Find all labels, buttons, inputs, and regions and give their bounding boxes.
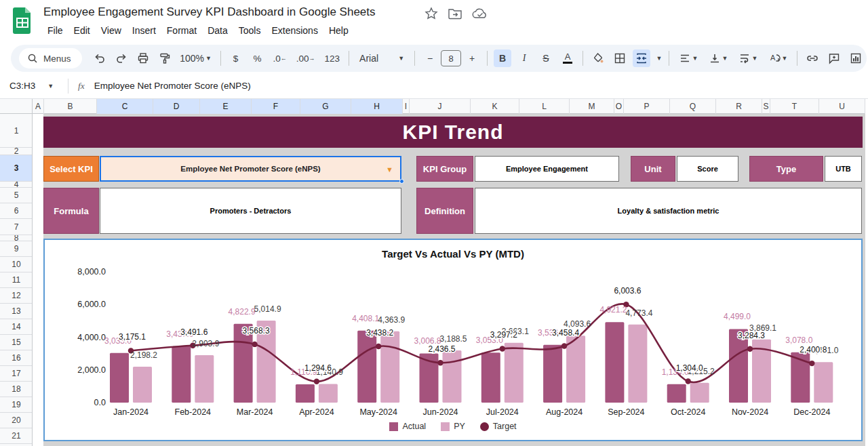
column-header-F[interactable]: F bbox=[252, 99, 300, 114]
font-select[interactable]: Arial▼ bbox=[355, 49, 408, 67]
select-kpi-label[interactable]: Select KPI bbox=[43, 156, 99, 182]
row-header-8[interactable]: 8 bbox=[0, 235, 33, 241]
strikethrough-button[interactable]: S bbox=[537, 49, 555, 67]
kpi-trend-chart[interactable]: Target Vs Actual Vs PY (MTD) 0.02,000.04… bbox=[43, 239, 863, 441]
font-size-input[interactable]: 8 bbox=[441, 50, 461, 66]
format-currency-button[interactable]: $ bbox=[227, 49, 245, 67]
menu-edit[interactable]: Edit bbox=[68, 23, 96, 38]
increase-font-size-button[interactable]: + bbox=[463, 49, 481, 67]
text-wrap-button[interactable]: ▼ bbox=[735, 49, 761, 67]
row-header-13[interactable]: 13 bbox=[0, 304, 33, 319]
select-all-corner[interactable] bbox=[0, 99, 33, 114]
star-icon[interactable] bbox=[425, 7, 438, 20]
column-header-O[interactable]: O bbox=[614, 99, 624, 114]
column-header-M[interactable]: M bbox=[570, 99, 614, 114]
row-header-20[interactable]: 20 bbox=[0, 413, 33, 428]
menu-view[interactable]: View bbox=[96, 23, 127, 38]
column-header-U[interactable]: U bbox=[819, 99, 865, 114]
column-header-H[interactable]: H bbox=[351, 99, 403, 114]
vertical-align-button[interactable]: ▼ bbox=[705, 49, 731, 67]
row-header-19[interactable]: 19 bbox=[0, 397, 33, 413]
column-header-Q[interactable]: Q bbox=[670, 99, 716, 114]
merge-options-caret[interactable]: ▼ bbox=[654, 49, 663, 67]
insert-link-button[interactable] bbox=[804, 49, 821, 67]
definition-label[interactable]: Definition bbox=[416, 188, 473, 234]
text-rotation-button[interactable]: A▼ bbox=[765, 49, 791, 67]
row-header-3[interactable]: 3 bbox=[0, 155, 33, 182]
kpi-group-label[interactable]: KPI Group bbox=[416, 156, 473, 182]
row-header-5[interactable]: 5 bbox=[0, 188, 33, 203]
row-header-2[interactable]: 2 bbox=[0, 148, 33, 155]
column-header-G[interactable]: G bbox=[300, 99, 351, 114]
merge-cells-button[interactable] bbox=[633, 49, 650, 67]
google-sheets-logo-icon[interactable] bbox=[12, 7, 33, 34]
cloud-status-icon[interactable] bbox=[472, 7, 488, 20]
row-header-14[interactable]: 14 bbox=[0, 319, 33, 335]
column-header-P[interactable]: P bbox=[624, 99, 670, 114]
column-header-D[interactable]: D bbox=[153, 99, 200, 114]
column-header-K[interactable]: K bbox=[471, 99, 519, 114]
row-header-9[interactable]: 9 bbox=[0, 241, 33, 257]
formula-value[interactable]: Promoters - Detractors bbox=[100, 188, 401, 234]
name-box[interactable]: C3:H3 ▼ bbox=[0, 81, 68, 91]
dropdown-caret-icon[interactable]: ▼ bbox=[386, 165, 393, 174]
row-header-7[interactable]: 7 bbox=[0, 219, 33, 235]
formula-label[interactable]: Formula bbox=[43, 188, 99, 234]
kpi-trend-banner[interactable]: KPI Trend bbox=[43, 117, 863, 148]
column-header-S[interactable]: S bbox=[762, 99, 770, 114]
row-header-12[interactable]: 12 bbox=[0, 288, 33, 304]
paint-format-button[interactable] bbox=[156, 49, 174, 67]
unit-label[interactable]: Unit bbox=[631, 156, 675, 182]
format-percent-button[interactable]: % bbox=[249, 49, 267, 67]
column-header-A[interactable]: A bbox=[33, 99, 44, 114]
italic-button[interactable]: I bbox=[515, 49, 533, 67]
column-header-B[interactable]: B bbox=[44, 99, 97, 114]
row-header-10[interactable]: 10 bbox=[0, 257, 33, 272]
kpi-dropdown[interactable]: Employee Net Promoter Score (eNPS) ▼ bbox=[100, 156, 401, 182]
column-header-C[interactable]: C bbox=[97, 99, 153, 114]
more-formats-button[interactable]: 123 bbox=[322, 49, 343, 67]
column-header-L[interactable]: L bbox=[519, 99, 570, 114]
menu-help[interactable]: Help bbox=[323, 23, 354, 38]
column-header-R[interactable]: R bbox=[716, 99, 762, 114]
increase-decimal-button[interactable]: .00→ bbox=[294, 49, 318, 67]
menu-file[interactable]: File bbox=[42, 23, 68, 38]
column-header-T[interactable]: T bbox=[770, 99, 819, 114]
menu-extensions[interactable]: Extensions bbox=[266, 23, 323, 38]
redo-button[interactable] bbox=[113, 49, 130, 67]
bold-button[interactable]: B bbox=[494, 49, 511, 67]
row-header-1[interactable]: 1 bbox=[0, 114, 33, 148]
type-value[interactable]: UTB bbox=[825, 156, 862, 182]
column-header-I[interactable]: I bbox=[403, 99, 410, 114]
kpi-group-value[interactable]: Employee Engagement bbox=[475, 156, 619, 182]
decrease-font-size-button[interactable]: − bbox=[421, 49, 439, 67]
row-header-4[interactable]: 4 bbox=[0, 182, 33, 188]
menus-search-button[interactable]: Menus bbox=[19, 48, 82, 68]
menu-format[interactable]: Format bbox=[161, 23, 202, 38]
zoom-select[interactable]: 100%▼ bbox=[178, 49, 214, 67]
insert-chart-button[interactable] bbox=[847, 49, 865, 67]
borders-button[interactable] bbox=[611, 49, 629, 67]
column-header-J[interactable]: J bbox=[410, 99, 471, 114]
row-header-18[interactable]: 18 bbox=[0, 382, 33, 397]
horizontal-align-button[interactable]: ▼ bbox=[675, 49, 701, 67]
text-color-button[interactable]: A bbox=[559, 49, 576, 67]
definition-value[interactable]: Loyalty & satisfaction metric bbox=[475, 188, 862, 234]
selection-handle[interactable] bbox=[399, 179, 404, 184]
undo-button[interactable] bbox=[91, 49, 108, 67]
row-header-6[interactable]: 6 bbox=[0, 203, 33, 219]
row-header-17[interactable]: 17 bbox=[0, 366, 33, 382]
row-header-15[interactable]: 15 bbox=[0, 335, 33, 350]
formula-input[interactable]: Employee Net Promoter Score (eNPS) bbox=[94, 81, 251, 91]
row-header-11[interactable]: 11 bbox=[0, 272, 33, 288]
fill-color-button[interactable] bbox=[589, 49, 607, 67]
decrease-decimal-button[interactable]: .0← bbox=[271, 49, 290, 67]
menu-tools[interactable]: Tools bbox=[233, 23, 267, 38]
menu-insert[interactable]: Insert bbox=[127, 23, 161, 38]
type-label[interactable]: Type bbox=[749, 156, 823, 182]
move-to-folder-icon[interactable] bbox=[448, 7, 462, 20]
column-header-E[interactable]: E bbox=[200, 99, 252, 114]
insert-comment-button[interactable] bbox=[825, 49, 843, 67]
menu-data[interactable]: Data bbox=[202, 23, 233, 38]
document-title[interactable]: Employee Engagement Survey KPI Dashboard… bbox=[43, 5, 376, 19]
